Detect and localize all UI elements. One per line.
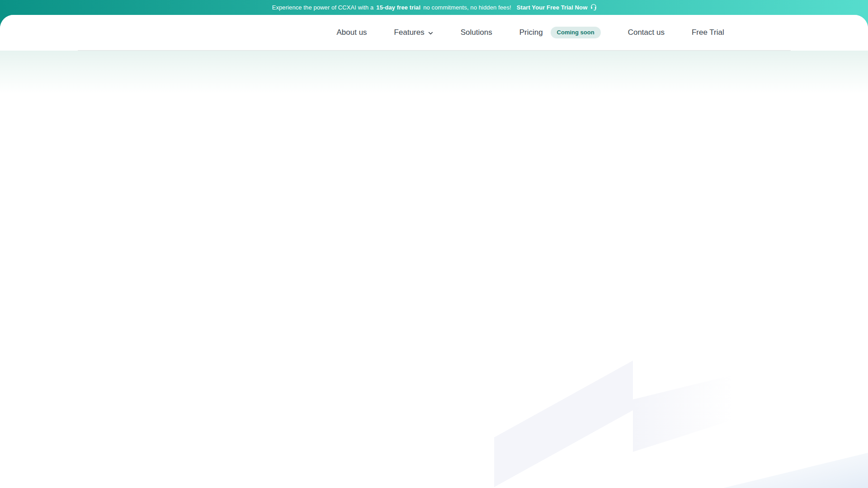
nav-item-solutions-label: Solutions — [461, 28, 492, 37]
page-root: Experience the power of CCXAI with a 15-… — [0, 0, 868, 488]
decor-band-tail — [633, 375, 732, 452]
start-free-trial-link[interactable]: Start Your Free Trial Now — [517, 3, 598, 12]
nav-item-pricing-label: Pricing — [519, 28, 543, 37]
nav-item-free-trial-label: Free Trial — [692, 28, 724, 37]
nav-item-free-trial[interactable]: Free Trial — [692, 28, 724, 37]
nav-item-features-label: Features — [394, 28, 425, 37]
nav-item-solutions[interactable]: Solutions — [461, 28, 492, 37]
nav-item-about-us-label: About us — [337, 28, 367, 37]
nav-item-about-us[interactable]: About us — [337, 28, 367, 37]
start-free-trial-label: Start Your Free Trial Now — [517, 4, 588, 11]
navbar-container: About us Features Solutions — [78, 15, 791, 51]
logo-placeholder — [78, 22, 337, 43]
nav-menu: About us Features Solutions — [337, 27, 724, 38]
nav-item-contact-us-label: Contact us — [628, 28, 665, 37]
announcement-highlight: 15-day free trial — [376, 4, 420, 11]
coming-soon-badge: Coming soon — [551, 27, 601, 38]
nav-item-features[interactable]: Features — [394, 28, 434, 37]
decor-corner-triangle — [723, 453, 868, 488]
decorative-diagonal-shapes — [0, 51, 868, 488]
chevron-down-icon — [428, 30, 434, 36]
nav-item-pricing[interactable]: Pricing Coming soon — [519, 27, 601, 38]
announcement-text-suffix: no commitments, no hidden fees! — [423, 4, 511, 11]
headset-icon — [590, 3, 597, 12]
hero-section — [0, 51, 868, 488]
nav-item-contact-us[interactable]: Contact us — [628, 28, 665, 37]
announcement-bar: Experience the power of CCXAI with a 15-… — [0, 0, 868, 15]
page-sheet: About us Features Solutions — [0, 15, 868, 488]
decor-band-main — [494, 361, 633, 487]
announcement-text-prefix: Experience the power of CCXAI with a — [272, 4, 374, 11]
main-navbar: About us Features Solutions — [0, 15, 868, 51]
